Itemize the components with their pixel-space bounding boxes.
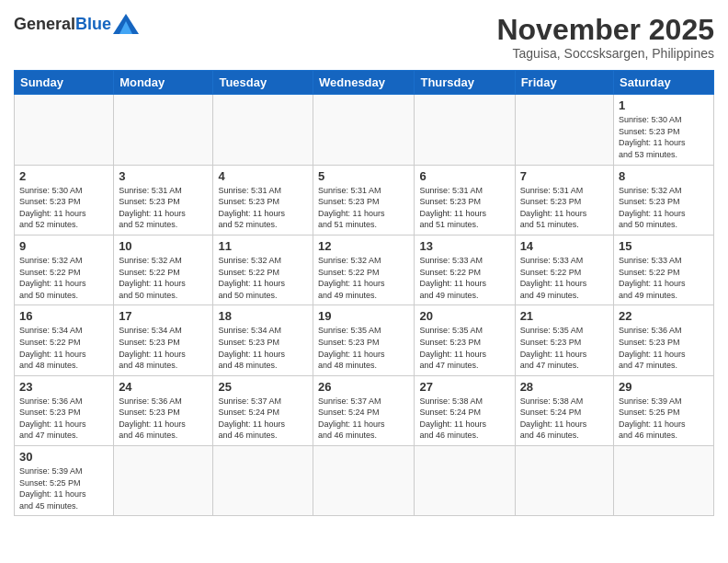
day-number: 1 bbox=[619, 98, 709, 112]
logo-general-text: General bbox=[14, 15, 75, 34]
calendar-cell bbox=[313, 446, 415, 516]
weekday-header-friday: Friday bbox=[515, 71, 613, 95]
calendar-cell: 2Sunrise: 5:30 AM Sunset: 5:23 PM Daylig… bbox=[15, 165, 114, 235]
calendar-cell: 18Sunrise: 5:34 AM Sunset: 5:23 PM Dayli… bbox=[213, 305, 313, 375]
day-info: Sunrise: 5:33 AM Sunset: 5:22 PM Dayligh… bbox=[520, 255, 609, 301]
day-info: Sunrise: 5:32 AM Sunset: 5:22 PM Dayligh… bbox=[119, 255, 208, 301]
day-number: 24 bbox=[119, 380, 208, 394]
day-info: Sunrise: 5:39 AM Sunset: 5:25 PM Dayligh… bbox=[19, 465, 108, 511]
month-title: November 2025 bbox=[496, 14, 714, 46]
day-number: 29 bbox=[619, 380, 709, 394]
calendar-cell: 9Sunrise: 5:32 AM Sunset: 5:22 PM Daylig… bbox=[15, 235, 114, 304]
day-info: Sunrise: 5:30 AM Sunset: 5:23 PM Dayligh… bbox=[619, 114, 709, 160]
calendar-cell bbox=[313, 95, 415, 165]
calendar-cell: 12Sunrise: 5:32 AM Sunset: 5:22 PM Dayli… bbox=[313, 235, 415, 304]
calendar-cell: 6Sunrise: 5:31 AM Sunset: 5:23 PM Daylig… bbox=[415, 165, 515, 235]
calendar-cell bbox=[415, 95, 515, 165]
day-number: 11 bbox=[218, 239, 308, 253]
day-number: 18 bbox=[218, 309, 308, 323]
day-info: Sunrise: 5:36 AM Sunset: 5:23 PM Dayligh… bbox=[119, 396, 208, 442]
day-number: 10 bbox=[119, 239, 208, 253]
weekday-header-wednesday: Wednesday bbox=[313, 71, 415, 95]
title-section: November 2025 Taguisa, Soccsksargen, Phi… bbox=[496, 14, 714, 61]
day-info: Sunrise: 5:32 AM Sunset: 5:22 PM Dayligh… bbox=[218, 255, 308, 301]
week-row-3: 16Sunrise: 5:34 AM Sunset: 5:22 PM Dayli… bbox=[15, 305, 714, 375]
weekday-header-tuesday: Tuesday bbox=[213, 71, 313, 95]
day-info: Sunrise: 5:35 AM Sunset: 5:23 PM Dayligh… bbox=[520, 325, 609, 371]
day-info: Sunrise: 5:36 AM Sunset: 5:23 PM Dayligh… bbox=[619, 325, 709, 371]
day-info: Sunrise: 5:31 AM Sunset: 5:23 PM Dayligh… bbox=[419, 185, 509, 231]
day-number: 16 bbox=[19, 309, 108, 323]
weekday-header-sunday: Sunday bbox=[15, 71, 114, 95]
calendar-cell: 28Sunrise: 5:38 AM Sunset: 5:24 PM Dayli… bbox=[515, 375, 613, 445]
calendar-cell: 19Sunrise: 5:35 AM Sunset: 5:23 PM Dayli… bbox=[313, 305, 415, 375]
day-number: 27 bbox=[419, 380, 509, 394]
calendar-cell: 13Sunrise: 5:33 AM Sunset: 5:22 PM Dayli… bbox=[415, 235, 515, 304]
calendar-cell: 16Sunrise: 5:34 AM Sunset: 5:22 PM Dayli… bbox=[15, 305, 114, 375]
calendar-cell: 14Sunrise: 5:33 AM Sunset: 5:22 PM Dayli… bbox=[515, 235, 613, 304]
calendar-cell bbox=[213, 446, 313, 516]
day-number: 20 bbox=[419, 309, 509, 323]
day-number: 26 bbox=[318, 380, 409, 394]
week-row-2: 9Sunrise: 5:32 AM Sunset: 5:22 PM Daylig… bbox=[15, 235, 714, 304]
day-info: Sunrise: 5:37 AM Sunset: 5:24 PM Dayligh… bbox=[318, 396, 409, 442]
calendar-cell: 17Sunrise: 5:34 AM Sunset: 5:23 PM Dayli… bbox=[114, 305, 213, 375]
logo-icon bbox=[113, 14, 139, 34]
day-info: Sunrise: 5:33 AM Sunset: 5:22 PM Dayligh… bbox=[419, 255, 509, 301]
weekday-header-row: SundayMondayTuesdayWednesdayThursdayFrid… bbox=[15, 71, 714, 95]
day-info: Sunrise: 5:36 AM Sunset: 5:23 PM Dayligh… bbox=[19, 396, 108, 442]
calendar-cell: 23Sunrise: 5:36 AM Sunset: 5:23 PM Dayli… bbox=[15, 375, 114, 445]
weekday-header-saturday: Saturday bbox=[614, 71, 714, 95]
week-row-5: 30Sunrise: 5:39 AM Sunset: 5:25 PM Dayli… bbox=[15, 446, 714, 516]
calendar-cell bbox=[114, 95, 213, 165]
day-info: Sunrise: 5:37 AM Sunset: 5:24 PM Dayligh… bbox=[218, 396, 308, 442]
calendar-cell bbox=[415, 446, 515, 516]
calendar-cell: 10Sunrise: 5:32 AM Sunset: 5:22 PM Dayli… bbox=[114, 235, 213, 304]
calendar-cell: 11Sunrise: 5:32 AM Sunset: 5:22 PM Dayli… bbox=[213, 235, 313, 304]
day-number: 23 bbox=[19, 380, 108, 394]
day-number: 8 bbox=[619, 169, 709, 183]
day-info: Sunrise: 5:30 AM Sunset: 5:23 PM Dayligh… bbox=[19, 185, 108, 231]
day-info: Sunrise: 5:35 AM Sunset: 5:23 PM Dayligh… bbox=[419, 325, 509, 371]
day-number: 22 bbox=[619, 309, 709, 323]
day-info: Sunrise: 5:31 AM Sunset: 5:23 PM Dayligh… bbox=[119, 185, 208, 231]
day-info: Sunrise: 5:31 AM Sunset: 5:23 PM Dayligh… bbox=[520, 185, 609, 231]
calendar-cell: 4Sunrise: 5:31 AM Sunset: 5:23 PM Daylig… bbox=[213, 165, 313, 235]
calendar-cell: 27Sunrise: 5:38 AM Sunset: 5:24 PM Dayli… bbox=[415, 375, 515, 445]
day-info: Sunrise: 5:32 AM Sunset: 5:22 PM Dayligh… bbox=[19, 255, 108, 301]
day-number: 14 bbox=[520, 239, 609, 253]
day-number: 13 bbox=[419, 239, 509, 253]
calendar-cell: 26Sunrise: 5:37 AM Sunset: 5:24 PM Dayli… bbox=[313, 375, 415, 445]
day-number: 21 bbox=[520, 309, 609, 323]
day-number: 28 bbox=[520, 380, 609, 394]
day-number: 5 bbox=[318, 169, 409, 183]
calendar-cell: 7Sunrise: 5:31 AM Sunset: 5:23 PM Daylig… bbox=[515, 165, 613, 235]
day-info: Sunrise: 5:34 AM Sunset: 5:23 PM Dayligh… bbox=[119, 325, 208, 371]
week-row-4: 23Sunrise: 5:36 AM Sunset: 5:23 PM Dayli… bbox=[15, 375, 714, 445]
weekday-header-monday: Monday bbox=[114, 71, 213, 95]
day-number: 4 bbox=[218, 169, 308, 183]
calendar-cell: 5Sunrise: 5:31 AM Sunset: 5:23 PM Daylig… bbox=[313, 165, 415, 235]
calendar-cell: 20Sunrise: 5:35 AM Sunset: 5:23 PM Dayli… bbox=[415, 305, 515, 375]
logo-blue-text: Blue bbox=[75, 15, 111, 34]
week-row-0: 1Sunrise: 5:30 AM Sunset: 5:23 PM Daylig… bbox=[15, 95, 714, 165]
day-info: Sunrise: 5:32 AM Sunset: 5:22 PM Dayligh… bbox=[318, 255, 409, 301]
day-number: 12 bbox=[318, 239, 409, 253]
day-number: 2 bbox=[19, 169, 108, 183]
day-number: 19 bbox=[318, 309, 409, 323]
day-info: Sunrise: 5:33 AM Sunset: 5:22 PM Dayligh… bbox=[619, 255, 709, 301]
calendar-cell bbox=[515, 95, 613, 165]
day-info: Sunrise: 5:38 AM Sunset: 5:24 PM Dayligh… bbox=[520, 396, 609, 442]
day-info: Sunrise: 5:31 AM Sunset: 5:23 PM Dayligh… bbox=[318, 185, 409, 231]
day-number: 30 bbox=[19, 450, 108, 464]
day-number: 9 bbox=[19, 239, 108, 253]
day-info: Sunrise: 5:31 AM Sunset: 5:23 PM Dayligh… bbox=[218, 185, 308, 231]
calendar-cell: 15Sunrise: 5:33 AM Sunset: 5:22 PM Dayli… bbox=[614, 235, 714, 304]
calendar-cell: 24Sunrise: 5:36 AM Sunset: 5:23 PM Dayli… bbox=[114, 375, 213, 445]
day-number: 7 bbox=[520, 169, 609, 183]
calendar-cell bbox=[213, 95, 313, 165]
day-number: 17 bbox=[119, 309, 208, 323]
calendar-cell bbox=[114, 446, 213, 516]
calendar-cell: 8Sunrise: 5:32 AM Sunset: 5:23 PM Daylig… bbox=[614, 165, 714, 235]
calendar-cell bbox=[614, 446, 714, 516]
